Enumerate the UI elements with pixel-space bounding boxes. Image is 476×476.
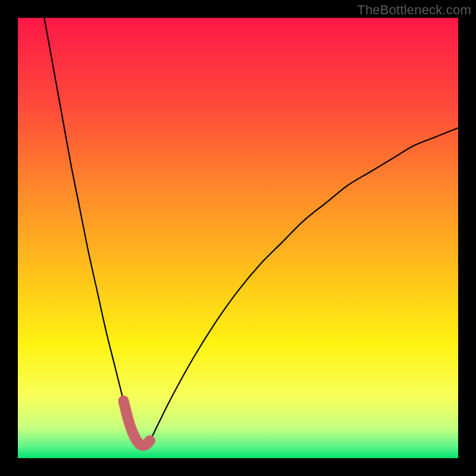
- chart-background: [18, 18, 458, 458]
- chart-frame: TheBottleneck.com: [0, 0, 476, 476]
- watermark-label: TheBottleneck.com: [357, 2, 471, 18]
- bottleneck-chart: [18, 18, 458, 458]
